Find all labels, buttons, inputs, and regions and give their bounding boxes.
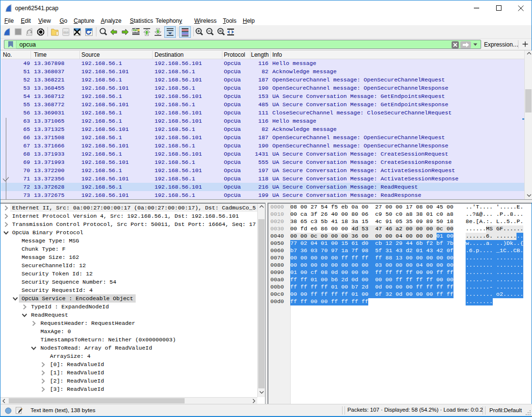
svg-text:010: 010 [63, 31, 69, 34]
